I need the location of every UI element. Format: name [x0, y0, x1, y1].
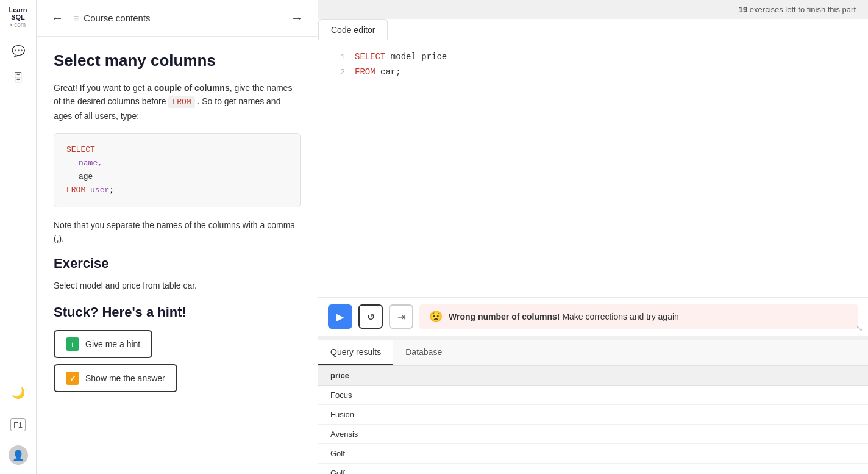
- resize-handle[interactable]: ⤡: [856, 323, 863, 333]
- data-table: price FocusFusionAvensisGolfGolf: [318, 366, 868, 474]
- sidebar-database-button[interactable]: 🗄: [7, 67, 29, 89]
- menu-icon: ≡: [73, 13, 79, 24]
- editor-tabs: Code editor: [318, 19, 868, 40]
- sql-fields: model price: [385, 52, 447, 62]
- editor-footer: ▶ ↺ ⇥ 😟 Wrong number of columns! Make co…: [318, 297, 868, 336]
- database-tab[interactable]: Database: [393, 340, 454, 365]
- sql-select-keyword: SELECT: [355, 52, 385, 62]
- query-results-tab[interactable]: Query results: [318, 340, 393, 365]
- sql-table: car;: [375, 67, 401, 77]
- table-cell: Golf: [318, 464, 868, 475]
- nav-course-contents[interactable]: ≡ Course contents: [73, 13, 281, 24]
- table-row: Avensis: [318, 425, 868, 444]
- exercises-number: 19: [739, 5, 747, 14]
- run-icon: ▶: [336, 311, 344, 323]
- code-example: SELECT name, age FROM user;: [54, 133, 301, 207]
- exercise-text: Select model and price from table car.: [54, 279, 301, 292]
- exercises-label: exercises left: [750, 5, 796, 14]
- hint-icon: i: [66, 337, 79, 351]
- sql-from-keyword: FROM: [355, 67, 375, 77]
- share-icon: ⇥: [397, 311, 405, 323]
- logo-learn: Learn: [9, 6, 27, 13]
- line-number-2: 2: [330, 65, 345, 79]
- sidebar-moon-button[interactable]: 🌙: [7, 382, 29, 404]
- table-header: price: [318, 366, 868, 386]
- table-body: FocusFusionAvensisGolfGolf: [318, 386, 868, 475]
- sidebar: Learn SQL • com 💬 🗄 🌙 F1 👤: [0, 0, 37, 474]
- code-line-4: FROM user;: [66, 184, 288, 197]
- lesson-title: Select many columns: [54, 51, 301, 70]
- code-line-3: age: [66, 170, 288, 184]
- avatar[interactable]: 👤: [9, 445, 28, 465]
- table-row: Golf: [318, 464, 868, 475]
- error-bold: Wrong number of columns!: [449, 312, 560, 321]
- code-editor-tab[interactable]: Code editor: [318, 19, 388, 40]
- table-cell: Fusion: [318, 405, 868, 425]
- exercises-suffix: to finish this part: [798, 5, 856, 14]
- editor-line-1: 1SELECT model price: [330, 49, 856, 65]
- database-icon: 🗄: [13, 72, 24, 85]
- terminal-icon: F1: [10, 418, 26, 431]
- show-answer-button[interactable]: ✓ Show me the answer: [54, 364, 177, 392]
- lesson-content: Select many columns Great! If you want t…: [37, 37, 318, 474]
- moon-icon: 🌙: [12, 386, 25, 400]
- column-header-price: price: [318, 366, 868, 386]
- table-cell: Avensis: [318, 425, 868, 444]
- refresh-icon: ↺: [367, 311, 375, 323]
- inline-from-code: FROM: [168, 96, 194, 108]
- logo[interactable]: Learn SQL • com: [9, 6, 27, 28]
- code-editor-panel: Code editor 1SELECT model price 2FROM ca…: [318, 19, 868, 336]
- logo-com: • com: [10, 21, 26, 28]
- table-row: Fusion: [318, 405, 868, 425]
- course-contents-label: Course contents: [84, 13, 150, 23]
- editor-area[interactable]: 1SELECT model price 2FROM car;: [318, 40, 868, 297]
- left-panel: ← ≡ Course contents → Select many column…: [37, 0, 318, 474]
- table-cell: Golf: [318, 444, 868, 464]
- top-bar: 19 exercises left to finish this part: [318, 0, 868, 19]
- logo-text: Learn SQL • com: [9, 6, 27, 28]
- editor-line-2: 2FROM car;: [330, 65, 856, 80]
- error-banner: 😟 Wrong number of columns! Make correcti…: [419, 304, 858, 329]
- refresh-button[interactable]: ↺: [358, 304, 383, 329]
- error-text: Make corrections and try again: [560, 312, 679, 321]
- results-table: price FocusFusionAvensisGolfGolf: [318, 366, 868, 474]
- table-row: Golf: [318, 444, 868, 464]
- error-emoji: 😟: [429, 310, 443, 323]
- sidebar-chat-button[interactable]: 💬: [7, 40, 29, 62]
- navigation-bar: ← ≡ Course contents →: [37, 0, 318, 37]
- line-number-1: 1: [330, 50, 345, 64]
- answer-icon: ✓: [66, 372, 79, 385]
- lesson-note: Note that you separate the names of the …: [54, 218, 301, 246]
- nav-forward-button[interactable]: →: [288, 9, 305, 27]
- give-hint-label: Give me a hint: [85, 339, 140, 349]
- right-panel: 19 exercises left to finish this part Co…: [318, 0, 868, 474]
- query-results-panel: Query results Database price FocusFusion…: [318, 340, 868, 474]
- avatar-icon: 👤: [12, 450, 24, 461]
- hint-section-title: Stuck? Here's a hint!: [54, 304, 301, 320]
- results-tabs: Query results Database: [318, 340, 868, 366]
- code-line-2: name,: [66, 157, 288, 170]
- chat-icon: 💬: [12, 45, 25, 58]
- exercise-title: Exercise: [54, 256, 301, 271]
- run-button[interactable]: ▶: [328, 304, 352, 329]
- table-row: Focus: [318, 386, 868, 405]
- code-line-1: SELECT: [66, 143, 288, 157]
- sidebar-terminal-button[interactable]: F1: [7, 414, 29, 436]
- error-message: Wrong number of columns! Make correction…: [449, 312, 679, 321]
- show-answer-label: Show me the answer: [85, 373, 165, 383]
- exercises-count: 19 exercises left to finish this part: [739, 5, 856, 14]
- lesson-intro: Great! If you want to get a couple of co…: [54, 81, 301, 123]
- table-cell: Focus: [318, 386, 868, 405]
- nav-back-button[interactable]: ←: [49, 9, 66, 27]
- logo-sql: SQL: [11, 13, 25, 21]
- share-button[interactable]: ⇥: [389, 304, 413, 329]
- give-hint-button[interactable]: i Give me a hint: [54, 330, 152, 358]
